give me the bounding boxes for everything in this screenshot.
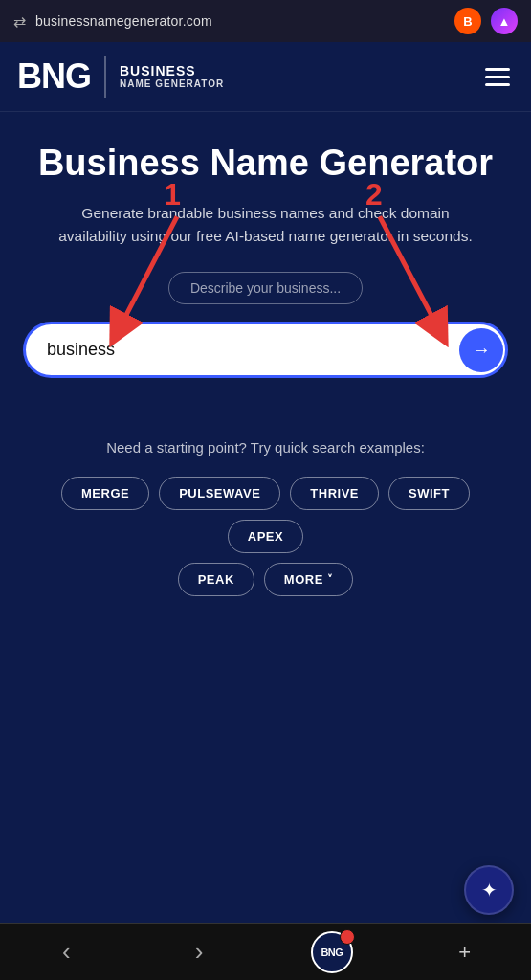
forward-icon: › [195,937,204,967]
hamburger-line-2 [485,76,510,78]
notification-badge [340,929,355,945]
search-button[interactable]: → [459,328,503,372]
main-nav: BNG BUSINESS NAME GENERATOR [0,42,531,112]
add-tab-button[interactable]: + [444,931,486,973]
back-icon: ‹ [62,937,71,967]
url-text: businessnamegenerator.com [35,13,445,29]
ai-describe-pill[interactable]: Describe your business... [168,272,363,304]
logo-name-generator: NAME GENERATOR [120,78,224,90]
search-container: → [23,322,508,378]
nav-logo: BNG BUSINESS NAME GENERATOR [17,56,224,98]
magic-wand-icon: ✦ [481,879,498,902]
tag-merge[interactable]: MERGE [61,477,149,510]
hero-subtitle: Generate brandable business names and ch… [46,202,486,250]
forward-button[interactable]: › [178,931,220,973]
logo-divider [104,56,106,98]
plus-icon: + [458,940,471,965]
bottom-nav: ‹ › BNG + [0,923,531,980]
tag-more[interactable]: MORE ˅ [264,563,354,596]
hero-title: Business Name Generator [23,143,508,185]
logo-business: BUSINESS [120,63,224,79]
arrow-right-icon: → [472,339,491,361]
link-icon: ⇄ [13,12,26,31]
chevron-down-icon: ˅ [327,573,334,586]
brave-browser-icon: B [454,8,481,34]
search-input[interactable] [23,322,508,378]
tag-apex[interactable]: APEX [228,520,303,553]
bng-center-label: BNG [321,947,343,958]
tag-peak[interactable]: PEAK [178,563,254,596]
brave-logo: B [463,14,472,29]
quick-examples-section: Need a starting point? Try quick search … [0,414,531,615]
tag-thrive[interactable]: THRIVE [290,477,379,510]
logo-name-text: BUSINESS NAME GENERATOR [120,63,224,91]
tag-pulsewave[interactable]: PULSEWAVE [159,477,280,510]
hamburger-menu[interactable] [481,64,514,90]
prism-logo: ▲ [498,14,511,29]
hero-section: Business Name Generator Generate brandab… [0,112,531,414]
logo-bng-text: BNG [17,59,91,94]
address-bar: ⇄ businessnamegenerator.com B ▲ [0,0,531,42]
quick-examples-label: Need a starting point? Try quick search … [19,437,512,459]
hamburger-line-3 [485,83,510,86]
tag-swift[interactable]: SWIFT [388,477,470,510]
fab-button[interactable]: ✦ [464,865,514,915]
prism-browser-icon: ▲ [491,8,518,34]
ai-placeholder-text: Describe your business... [190,280,341,296]
back-button[interactable]: ‹ [45,931,87,973]
tags-row: MERGE PULSEWAVE THRIVE SWIFT APEX [19,477,512,553]
hamburger-line-1 [485,68,510,71]
more-label: MORE [284,572,323,587]
tags-row-2: PEAK MORE ˅ [19,563,512,596]
home-button[interactable]: BNG [311,931,353,973]
